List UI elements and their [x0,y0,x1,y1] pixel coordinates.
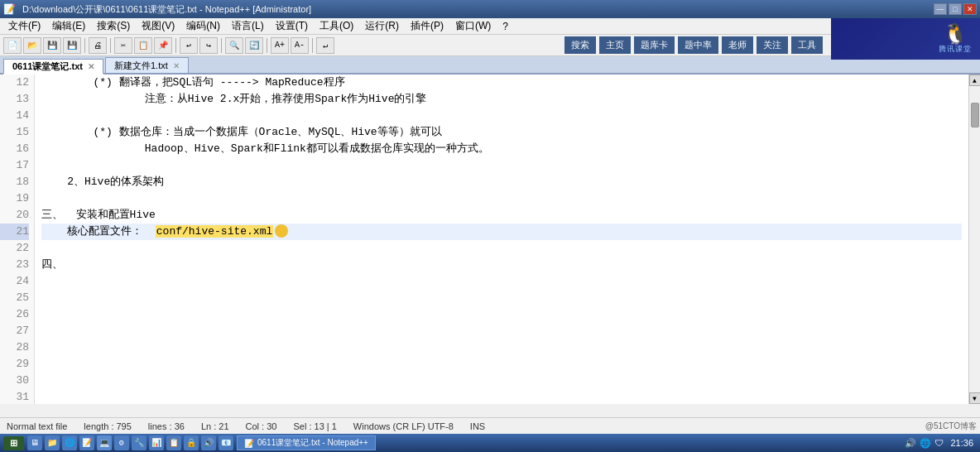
maximize-button[interactable]: □ [949,3,962,15]
menu-help[interactable]: ? [497,19,513,34]
nav-question-btn[interactable]: 题库卡 [634,36,675,54]
tab2-close-icon[interactable]: ✕ [173,61,180,70]
toolbar-redo[interactable]: ↪ [199,37,218,54]
tray-icon-3: 🛡 [934,438,944,448]
taskbar-icon-3[interactable]: 🌐 [62,435,77,450]
nav-tools-btn[interactable]: 工具 [791,36,823,54]
taskbar-icon-9-glyph: 📋 [169,438,179,448]
scroll-up-arrow[interactable]: ▲ [969,75,981,86]
toolbar-open[interactable]: 📂 [23,37,41,54]
ln-23: 23 [0,257,29,273]
toolbar-copy[interactable]: 📋 [134,37,152,54]
code-line-28 [41,339,962,356]
scroll-thumb[interactable] [971,103,979,127]
close-button[interactable]: ✕ [963,3,977,15]
menu-settings[interactable]: 设置(T) [271,17,313,35]
menu-view[interactable]: 视图(V) [137,17,180,35]
status-lines: lines : 36 [148,421,185,431]
code-line-21: 核心配置文件： conf/hive-site.xml [41,224,962,240]
status-length: length : 795 [84,421,132,431]
toolbar-undo[interactable]: ↩ [180,37,198,54]
code-line-18: 2、Hive的体系架构 [41,174,962,190]
ln-25: 25 [0,290,29,306]
tray-icon-2: 🌐 [920,438,931,449]
taskbar-time: 21:36 [950,438,973,448]
menu-search[interactable]: 搜索(S) [92,17,135,35]
menu-tools[interactable]: 工具(O) [315,17,358,35]
ln-28: 28 [0,339,29,356]
taskbar-icon-7[interactable]: 🔧 [132,435,147,450]
taskbar-icon-11-glyph: 🔊 [204,438,214,448]
code-line-16: Hadoop、Hive、Spark和Flink都可以看成数据仓库实现的一种方式。 [41,141,962,157]
toolbar-cut[interactable]: ✂ [114,37,132,54]
taskbar: ⊞ 🖥 📁 🌐 📝 💻 ⚙ 🔧 📊 📋 🔒 [0,434,980,452]
nav-rate-btn[interactable]: 题中率 [678,36,718,54]
toolbar-replace[interactable]: 🔄 [245,37,263,54]
ln-13: 13 [0,91,29,108]
toolbar-zoom-out[interactable]: A- [291,37,309,54]
toolbar-save-all[interactable]: 💾 [63,37,81,54]
tencent-logo: 🐧 腾讯课堂 [939,24,972,55]
taskbar-icon-6[interactable]: ⚙ [114,435,129,450]
toolbar-word-wrap[interactable]: ↵ [316,37,334,54]
code-line-23: 四、 [41,257,962,273]
ln-14: 14 [0,108,29,124]
toolbar-find[interactable]: 🔍 [225,37,243,54]
taskbar-notepad-app[interactable]: 📝 0611课堂笔记.txt - Notepad++ [237,435,376,450]
code-line-14 [41,108,962,124]
code-line-25 [41,290,962,306]
toolbar-sep6 [312,38,313,53]
menu-run[interactable]: 运行(R) [360,17,404,35]
toolbar-zoom-in[interactable]: A+ [271,37,289,54]
tab-file1[interactable]: 0611课堂笔记.txt ✕ [3,59,103,75]
toolbar-paste[interactable]: 📌 [154,37,172,54]
code-line-26 [41,306,962,323]
code-editor[interactable]: (*) 翻译器，把SQL语句 -----> MapReduce程序 注意：从Hi… [35,75,968,404]
taskbar-icon-9[interactable]: 📋 [166,435,181,450]
toolbar-sep5 [267,38,267,53]
nav-follow-btn[interactable]: 关注 [757,36,788,54]
notepad-app-label: 0611课堂笔记.txt - Notepad++ [257,437,368,449]
cursor-marker [275,224,288,238]
menu-plugins[interactable]: 插件(P) [406,17,449,35]
code-line-17 [41,157,962,174]
taskbar-icon-2[interactable]: 📁 [45,435,60,450]
vertical-scrollbar[interactable]: ▲ ▼ [968,75,980,404]
start-button[interactable]: ⊞ [3,436,24,450]
status-sel: Sel : 13 | 1 [293,421,336,431]
ln-18: 18 [0,174,29,190]
toolbar-print[interactable]: 🖨 [89,37,107,54]
menu-file[interactable]: 文件(F) [3,17,46,35]
menu-edit[interactable]: 编辑(E) [47,17,90,35]
nav-search-btn[interactable]: 搜索 [564,36,596,54]
tab-close-icon[interactable]: ✕ [88,62,94,71]
toolbar-save[interactable]: 💾 [43,37,61,54]
menu-encoding[interactable]: 编码(N) [181,17,225,35]
toolbar-sep4 [221,38,222,53]
toolbar-sep3 [175,38,176,53]
nav-teacher-btn[interactable]: 老师 [722,36,753,54]
taskbar-icon-8[interactable]: 📊 [149,435,164,450]
tab-file2[interactable]: 新建文件1.txt ✕ [105,57,189,73]
taskbar-icon-5[interactable]: 💻 [97,435,112,450]
minimize-button[interactable]: — [934,3,947,15]
watermark: @51CTO博客 [925,421,977,432]
taskbar-icon-12[interactable]: 📧 [219,435,233,450]
title-bar: 📝 D:\download\公开课\0611\0611课堂笔记.txt - No… [0,0,980,18]
menu-language[interactable]: 语言(L) [227,17,269,35]
scroll-down-arrow[interactable]: ▼ [969,392,981,404]
taskbar-icon-11[interactable]: 🔊 [201,435,216,450]
ln-26: 26 [0,306,29,323]
taskbar-icon-6-glyph: ⚙ [119,438,124,448]
taskbar-icon-7-glyph: 🔧 [134,438,144,448]
taskbar-icon-10[interactable]: 🔒 [184,435,199,450]
line-numbers: 12 13 14 15 16 17 18 19 20 21 22 23 24 2… [0,75,35,404]
menu-window[interactable]: 窗口(W) [450,17,496,35]
taskbar-tray: 🔊 🌐 🛡 21:36 [905,438,977,449]
code-line-19 [41,190,962,207]
taskbar-icon-4[interactable]: 📝 [79,435,94,450]
taskbar-icon-1[interactable]: 🖥 [27,435,42,450]
ln-12: 12 [0,75,29,91]
nav-home-btn[interactable]: 主页 [599,36,631,54]
toolbar-new[interactable]: 📄 [3,37,22,54]
